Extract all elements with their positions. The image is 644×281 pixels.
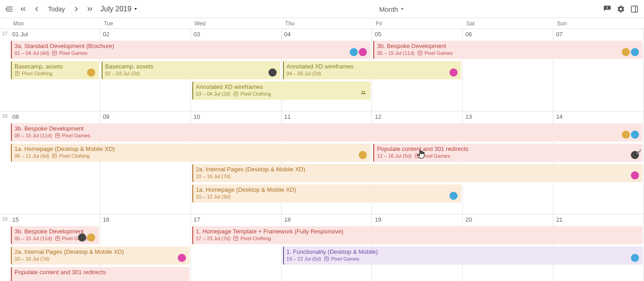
calendar-event[interactable]: Annotated XD wireframes03 – 04 Jul (2d)P… bbox=[192, 82, 371, 100]
event-dates: 01 – 04 Jul (4d) bbox=[15, 50, 49, 56]
event-subtitle: 18 – 22 Jul (5d)Pixel Games bbox=[287, 256, 640, 262]
event-project: Pixel Games bbox=[52, 50, 87, 56]
list-icon bbox=[52, 153, 57, 159]
feedback-icon[interactable] bbox=[600, 2, 614, 16]
event-title: 1. Functionality (Desktop & Mobile) bbox=[287, 248, 640, 255]
event-dates: 04 – 05 Jul (2d) bbox=[287, 71, 321, 76]
event-dates: 05 – 15 Jul (11d) bbox=[377, 50, 415, 56]
week-number: 27 bbox=[0, 29, 10, 111]
next-button[interactable] bbox=[69, 2, 83, 16]
event-subtitle: Pixel Clothing bbox=[15, 71, 96, 76]
avatar bbox=[178, 254, 186, 262]
event-project: Pixel Clothing bbox=[233, 236, 271, 241]
list-icon bbox=[415, 153, 420, 159]
day-header-tue: Tue bbox=[100, 18, 191, 29]
event-subtitle: 02 – 03 Jul (2d) bbox=[105, 71, 278, 76]
event-title: Basecamp, assets bbox=[15, 63, 96, 70]
event-dates: 18 – 22 Jul (5d) bbox=[287, 256, 321, 262]
list-icon bbox=[233, 236, 239, 241]
event-title: Populate content and 301 redirects bbox=[377, 145, 640, 152]
event-project: Pixel Clothing bbox=[15, 71, 52, 76]
calendar-event[interactable]: Basecamp, assetsPixel Clothing bbox=[11, 61, 99, 79]
event-dates: 12 – 16 Jul (5d) bbox=[377, 153, 411, 159]
chevron-down-icon bbox=[133, 7, 138, 11]
week-number: 28 bbox=[0, 111, 10, 214]
svg-rect-5 bbox=[631, 6, 638, 12]
view-label: Month bbox=[379, 5, 398, 13]
event-dates: 17 – 23 Jul (7d) bbox=[196, 236, 230, 241]
event-subtitle: 01 – 04 Jul (4d)Pixel Games bbox=[15, 50, 368, 56]
calendar-event[interactable]: Annotated XD wireframes04 – 05 Jul (2d) bbox=[283, 61, 462, 79]
avatar bbox=[631, 131, 639, 139]
event-subtitle: 04 – 05 Jul (2d) bbox=[287, 71, 459, 76]
list-icon bbox=[52, 50, 57, 56]
group-icon bbox=[360, 89, 367, 97]
calendar-event[interactable]: 1. Functionality (Desktop & Mobile)18 – … bbox=[283, 247, 643, 265]
event-title: Annotated XD wireframes bbox=[196, 83, 368, 90]
event-subtitle: 17 – 23 Jul (7d)Pixel Clothing bbox=[196, 236, 640, 241]
calendar-event[interactable]: 3a. Standard Development (Brochure)01 – … bbox=[11, 41, 371, 59]
event-project: Pixel Clothing bbox=[52, 153, 89, 159]
month-selector[interactable]: July 2019 bbox=[97, 2, 141, 16]
event-title: 3b. Bespoke Development bbox=[15, 125, 640, 132]
calendar-event[interactable]: 3b. Bespoke Development05 – 15 Jul (11d)… bbox=[11, 123, 643, 141]
event-dates: 02 – 03 Jul (2d) bbox=[105, 71, 140, 76]
list-icon bbox=[55, 133, 60, 138]
today-button[interactable]: Today bbox=[44, 2, 69, 16]
prev-button[interactable] bbox=[30, 2, 44, 16]
day-header-row: Mon Tue Wed Thu Fri Sat Sun bbox=[0, 18, 644, 29]
event-subtitle: 03 – 04 Jul (2d)Pixel Clothing bbox=[196, 91, 368, 97]
avatar bbox=[87, 68, 95, 77]
toggle-sidebar-button[interactable] bbox=[3, 2, 16, 16]
event-title: 1. Homepage Template + Framework (Fully … bbox=[196, 228, 640, 235]
calendar-event[interactable]: 1a. Homepage (Desktop & Mobile XD)08 – 1… bbox=[11, 144, 371, 162]
day-header-thu: Thu bbox=[282, 18, 372, 29]
fast-next-button[interactable] bbox=[83, 2, 97, 16]
avatar bbox=[87, 233, 95, 242]
event-title: 3a. Standard Development (Brochure) bbox=[15, 43, 368, 49]
calendar-event[interactable]: Basecamp, assets02 – 03 Jul (2d) bbox=[102, 61, 280, 79]
event-dates: 10 – 16 Jul (7d) bbox=[196, 174, 230, 179]
calendar-grid: Mon Tue Wed Thu Fri Sat Sun 2701 Jul0203… bbox=[0, 18, 644, 281]
event-title: Annotated XD wireframes bbox=[287, 63, 459, 70]
avatar bbox=[631, 254, 639, 262]
event-dates: 08 – 11 Jul (4d) bbox=[15, 153, 49, 159]
event-project: Pixel Games bbox=[417, 50, 453, 56]
calendar-event[interactable]: 2a. Internal Pages (Desktop & Mobile XD)… bbox=[192, 164, 643, 182]
panel-toggle-icon[interactable] bbox=[628, 2, 641, 16]
fast-prev-button[interactable] bbox=[16, 2, 30, 16]
day-header-wed: Wed bbox=[191, 18, 282, 29]
event-dates: 10 – 16 Jul (7d) bbox=[15, 256, 49, 262]
avatar bbox=[631, 48, 639, 56]
event-title: 1a. Homepage (Desktop & Mobile XD) bbox=[196, 186, 459, 193]
avatar bbox=[78, 233, 86, 242]
event-project: Pixel Games bbox=[415, 153, 450, 159]
event-dates: 05 – 15 Jul (11d) bbox=[15, 133, 52, 138]
calendar-event[interactable]: 1a. Homepage (Desktop & Mobile XD)10 – 1… bbox=[192, 184, 462, 203]
calendar-event[interactable]: 3b. Bespoke Development05 – 15 Jul (11d)… bbox=[373, 41, 643, 59]
avatar bbox=[622, 48, 630, 56]
list-icon bbox=[417, 50, 423, 56]
view-selector[interactable]: Month bbox=[376, 2, 408, 16]
event-title: Populate content and 301 redirects bbox=[15, 269, 187, 276]
calendar-event[interactable]: Populate content and 301 redirects bbox=[11, 267, 190, 281]
event-dates: 10 – 12 Jul (3d) bbox=[196, 194, 230, 199]
event-dates: 03 – 04 Jul (2d) bbox=[196, 91, 230, 97]
calendar-event[interactable]: Populate content and 301 redirects12 – 1… bbox=[373, 144, 643, 162]
event-title: Basecamp, assets bbox=[105, 63, 278, 70]
calendar-event[interactable]: 1. Homepage Template + Framework (Fully … bbox=[192, 226, 643, 244]
list-icon bbox=[15, 71, 20, 76]
settings-icon[interactable] bbox=[614, 2, 628, 16]
event-subtitle: 10 – 16 Jul (7d) bbox=[15, 256, 187, 262]
week-number: 29 bbox=[0, 214, 10, 281]
calendar-event[interactable]: 3b. Bespoke Development05 – 15 Jul (11d)… bbox=[11, 226, 99, 244]
event-subtitle: 05 – 15 Jul (11d)Pixel Games bbox=[15, 133, 640, 138]
week-events: 3b. Bespoke Development05 – 15 Jul (11d)… bbox=[10, 123, 644, 214]
day-header-sat: Sat bbox=[463, 18, 553, 29]
event-subtitle: 10 – 16 Jul (7d) bbox=[196, 174, 640, 179]
avatar bbox=[622, 131, 630, 139]
edit-event-icon[interactable] bbox=[636, 149, 642, 157]
event-subtitle: 10 – 12 Jul (3d) bbox=[196, 194, 459, 199]
calendar-event[interactable]: 2a. Internal Pages (Desktop & Mobile XD)… bbox=[11, 247, 190, 265]
event-title: 1a. Homepage (Desktop & Mobile XD) bbox=[15, 145, 368, 152]
